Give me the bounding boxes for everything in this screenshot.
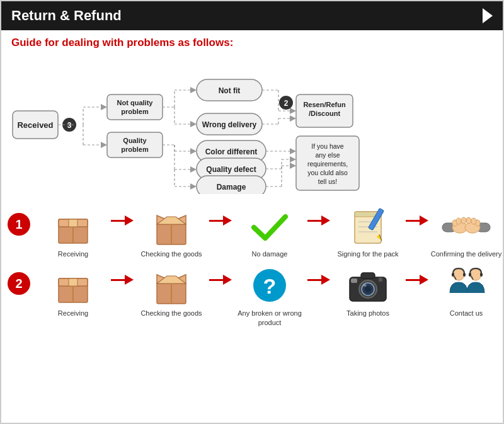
svg-marker-61 xyxy=(290,163,296,169)
svg-marker-53 xyxy=(290,148,296,154)
flowchart-svg: Received 3 Not quality problem Quality p… xyxy=(8,55,499,194)
step-2-arrow-3 xyxy=(307,275,330,285)
svg-text:Received: Received xyxy=(17,120,53,130)
box-open-2-icon xyxy=(146,262,197,307)
step-2-item-broken: ? Any broken or wrong product xyxy=(232,262,307,327)
svg-marker-20 xyxy=(190,87,197,93)
svg-text:Damage: Damage xyxy=(217,183,246,192)
svg-text:problem: problem xyxy=(121,146,149,153)
svg-point-120 xyxy=(363,284,367,287)
svg-marker-47 xyxy=(290,108,296,114)
step-2-label-contact: Contact us xyxy=(450,309,483,318)
svg-point-97 xyxy=(461,217,466,224)
step-2-item-receiving: Receiving xyxy=(35,262,111,318)
step-2-arrow-4 xyxy=(406,275,428,285)
svg-text:If you have: If you have xyxy=(311,142,344,150)
svg-text:tell us!: tell us! xyxy=(318,178,337,185)
svg-marker-30 xyxy=(190,166,197,173)
step-row-2: 2 Receiving xyxy=(8,262,496,327)
svg-rect-118 xyxy=(351,278,357,283)
steps-section: 1 Receiving xyxy=(1,199,503,327)
svg-point-116 xyxy=(365,286,371,292)
step-1-label-confirming: Confirming the delivery xyxy=(431,249,502,258)
step-2-items: Receiving Checking the go xyxy=(35,262,504,327)
svg-text:2: 2 xyxy=(284,99,289,108)
step-2-arrow-1 xyxy=(111,275,134,285)
step-1-item-checking: Checking the goods xyxy=(134,203,209,258)
svg-text:Not fit: Not fit xyxy=(219,86,241,95)
svg-rect-11 xyxy=(107,95,163,120)
svg-text:problem: problem xyxy=(121,108,149,115)
agent-icon xyxy=(441,262,491,307)
box-closed-2-icon xyxy=(48,262,98,307)
question-icon: ? xyxy=(244,262,295,307)
step-2-label-receiving: Receiving xyxy=(58,309,88,318)
svg-point-100 xyxy=(466,217,471,224)
step-1-item-signing: Signing for the pack xyxy=(330,203,406,258)
svg-marker-51 xyxy=(290,115,296,122)
svg-text:Not quality: Not quality xyxy=(117,99,154,106)
step-2-arrow-2 xyxy=(209,275,232,285)
step-1-label-receiving: Receiving xyxy=(58,249,88,258)
svg-text:you cluld also: you cluld also xyxy=(307,169,348,176)
svg-marker-7 xyxy=(101,104,107,110)
step-1-item-receiving: Receiving xyxy=(35,203,111,258)
header-arrow-icon xyxy=(483,8,493,23)
svg-text:/Discount: /Discount xyxy=(309,110,340,117)
step-1-arrow-2 xyxy=(209,215,232,226)
step-2-item-checking: Checking the goods xyxy=(134,262,209,318)
step-1-label-signing: Signing for the pack xyxy=(337,249,398,258)
pencil-pad-icon xyxy=(343,203,393,248)
step-2-label-checking: Checking the goods xyxy=(140,309,202,318)
step-1-badge: 1 xyxy=(8,213,30,236)
svg-rect-76 xyxy=(69,219,77,227)
step-1-arrow-3 xyxy=(307,215,330,226)
svg-rect-104 xyxy=(69,278,77,286)
svg-rect-117 xyxy=(361,273,375,278)
svg-rect-122 xyxy=(452,273,454,277)
svg-text:requirements,: requirements, xyxy=(307,160,348,168)
step-1-label-checking: Checking the goods xyxy=(140,249,202,258)
checkmark-icon xyxy=(244,203,295,248)
svg-marker-23 xyxy=(190,121,197,127)
step-1-item-confirming: Confirming the delivery xyxy=(428,203,504,258)
svg-marker-27 xyxy=(190,148,197,154)
step-2-badge: 2 xyxy=(8,272,30,295)
svg-text:Quality defect: Quality defect xyxy=(206,165,256,174)
svg-text:3: 3 xyxy=(67,121,72,130)
svg-point-119 xyxy=(378,277,383,282)
svg-rect-127 xyxy=(480,273,483,277)
box-open-icon xyxy=(146,203,197,248)
camera-icon xyxy=(343,262,393,307)
flowchart-section: Received 3 Not quality problem Quality p… xyxy=(1,53,503,199)
step-1-arrow-4 xyxy=(406,215,428,226)
svg-rect-14 xyxy=(107,132,163,158)
step-1-arrow-1 xyxy=(111,215,134,226)
svg-point-99 xyxy=(471,218,476,224)
step-row-1: 1 Receiving xyxy=(8,203,496,258)
step-1-items: Receiving xyxy=(35,203,504,258)
svg-marker-33 xyxy=(190,183,197,190)
svg-marker-10 xyxy=(101,142,107,148)
svg-text:any else: any else xyxy=(315,151,340,159)
svg-point-96 xyxy=(456,218,461,224)
svg-point-121 xyxy=(453,269,464,280)
svg-text:Resen/Refun: Resen/Refun xyxy=(303,101,346,108)
svg-text:Quality: Quality xyxy=(123,137,147,144)
guide-title: Guide for dealing with problems as follo… xyxy=(1,30,503,53)
svg-text:?: ? xyxy=(263,274,277,298)
step-1-item-nodamage: No damage xyxy=(232,203,307,258)
svg-point-125 xyxy=(470,269,481,280)
svg-text:Color different: Color different xyxy=(205,147,258,156)
page-header: Return & Refund xyxy=(1,1,503,30)
svg-rect-123 xyxy=(463,273,466,277)
step-1-label-nodamage: No damage xyxy=(252,249,288,258)
svg-text:Wrong delivery: Wrong delivery xyxy=(202,120,257,129)
svg-rect-126 xyxy=(469,273,471,277)
step-2-label-photos: Taking photos xyxy=(346,309,389,318)
step-2-label-broken: Any broken or wrong product xyxy=(232,309,307,327)
step-2-item-photos: Taking photos xyxy=(330,262,406,318)
svg-marker-57 xyxy=(290,156,296,163)
box-closed-icon xyxy=(48,203,98,248)
step-2-item-contact: Contact us xyxy=(428,262,504,318)
